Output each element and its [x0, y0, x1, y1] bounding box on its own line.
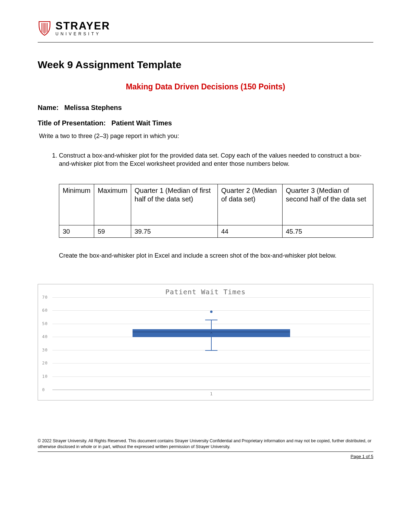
- after-table-text: Create the box-and-whisker plot in Excel…: [59, 251, 373, 260]
- col-header-q1: Quarter 1 (Median of first half of the d…: [131, 184, 217, 225]
- plot-area: 1 010203040506070×: [52, 297, 370, 390]
- chart-title: Patient Wait Times: [41, 288, 370, 296]
- name-field: Name: Melissa Stephens: [38, 104, 373, 112]
- name-value: Melissa Stephens: [64, 104, 122, 111]
- y-tick: 20: [42, 361, 48, 366]
- whisker-cap-low: [205, 350, 217, 351]
- quartile-table: Minimum Maximum Quarter 1 (Median of fir…: [59, 184, 373, 238]
- y-tick: 40: [42, 334, 48, 339]
- name-label: Name:: [38, 104, 59, 111]
- y-tick: 70: [42, 295, 48, 300]
- brand-name: STRAYER: [55, 21, 110, 31]
- presentation-value: Patient Wait Times: [111, 119, 172, 127]
- brand-text: STRAYER UNIVERSITY: [55, 21, 110, 36]
- presentation-field: Title of Presentation: Patient Wait Time…: [38, 119, 373, 127]
- outlier-point: [210, 311, 213, 313]
- assignment-subtitle: Making Data Driven Decisions (150 Points…: [38, 82, 373, 91]
- footer-text: © 2022 Strayer University. All Rights Re…: [38, 438, 373, 450]
- cell-q2: 44: [217, 225, 282, 238]
- page-title: Week 9 Assignment Template: [38, 59, 373, 71]
- presentation-label: Title of Presentation:: [38, 119, 106, 127]
- document-page: STRAYER UNIVERSITY Week 9 Assignment Tem…: [0, 0, 411, 469]
- col-header-min: Minimum: [59, 184, 94, 225]
- brand-subtitle: UNIVERSITY: [55, 32, 110, 36]
- y-tick: 60: [42, 308, 48, 313]
- col-header-max: Maximum: [94, 184, 131, 225]
- grid-line: [52, 390, 370, 390]
- mean-mark: ×: [210, 330, 213, 336]
- whisker-low: [211, 337, 212, 350]
- cell-q1: 39.75: [131, 225, 217, 238]
- table-row: 30 59 39.75 44 45.75: [59, 225, 373, 238]
- instruction-list: Construct a box-and-whisker plot for the…: [59, 151, 373, 168]
- x-tick: 1: [210, 391, 213, 396]
- table-row: Minimum Maximum Quarter 1 (Median of fir…: [59, 184, 373, 225]
- footer: © 2022 Strayer University. All Rights Re…: [38, 438, 373, 452]
- col-header-q2: Quarter 2 (Median of data set): [217, 184, 282, 225]
- page-number: Page 1 of 5: [38, 454, 373, 459]
- whisker-cap-high: [205, 320, 217, 320]
- list-item: Construct a box-and-whisker plot for the…: [59, 151, 373, 168]
- y-tick: 30: [42, 348, 48, 352]
- y-tick: 0: [42, 387, 45, 392]
- col-header-q3: Quarter 3 (Median of second half of the …: [282, 184, 373, 225]
- prompt-text: Write a two to three (2–3) page report i…: [39, 133, 373, 140]
- cell-q3: 45.75: [282, 225, 373, 238]
- grid-line: [52, 363, 370, 363]
- whisker-high: [211, 320, 212, 329]
- grid-line: [52, 297, 370, 298]
- y-tick: 10: [42, 374, 48, 379]
- shield-icon: [38, 21, 51, 36]
- boxplot-chart: Patient Wait Times 1 010203040506070×: [38, 284, 373, 400]
- cell-min: 30: [59, 225, 94, 238]
- grid-line: [52, 376, 370, 377]
- cell-max: 59: [94, 225, 131, 238]
- y-tick: 50: [42, 321, 48, 326]
- header: STRAYER UNIVERSITY: [38, 21, 373, 42]
